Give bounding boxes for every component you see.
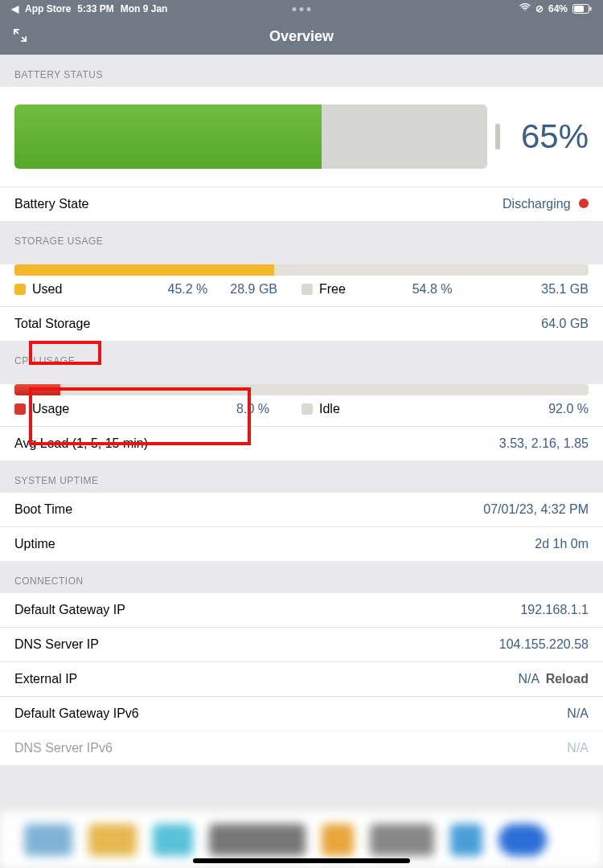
wifi-icon bbox=[519, 3, 531, 14]
battery-card: 65% Battery State Discharging bbox=[0, 87, 603, 221]
section-header-cpu: CPU Usage bbox=[0, 341, 603, 373]
uptime-value: 2d 1h 0m bbox=[535, 537, 589, 551]
external-ip-value: N/A bbox=[518, 672, 539, 686]
avg-load-value: 3.53, 2.16, 1.85 bbox=[499, 436, 589, 451]
cpu-idle-pct: 92.0 % bbox=[548, 402, 589, 416]
boot-time-value: 07/01/23, 4:32 PM bbox=[483, 502, 589, 517]
cpu-card: Usage 8.0 % Idle 92.0 % Avg Load (1, 5, … bbox=[0, 384, 603, 461]
gateway6-value: N/A bbox=[567, 706, 589, 721]
gateway6-label: Default Gateway IPv6 bbox=[14, 706, 139, 721]
back-app-label[interactable]: App Store bbox=[25, 3, 71, 14]
home-indicator[interactable] bbox=[193, 858, 410, 863]
dns6-value: N/A bbox=[567, 741, 589, 755]
reload-button[interactable]: Reload bbox=[546, 672, 589, 686]
nav-header: Overview bbox=[0, 18, 603, 55]
dns6-label: DNS Server IPv6 bbox=[14, 741, 113, 755]
orientation-lock-icon: ⊘ bbox=[535, 3, 544, 14]
status-battery-pct: 64% bbox=[548, 3, 568, 14]
section-header-battery: Battery Status bbox=[0, 55, 603, 87]
storage-bar bbox=[14, 264, 589, 276]
status-date: Mon 9 Jan bbox=[121, 3, 168, 14]
storage-used-pct: 45.2 % bbox=[167, 282, 207, 297]
svg-rect-2 bbox=[590, 7, 592, 11]
dns-label: DNS Server IP bbox=[14, 637, 99, 652]
svg-rect-1 bbox=[574, 6, 584, 12]
boot-time-label: Boot Time bbox=[14, 502, 72, 517]
external-ip-label: External IP bbox=[14, 672, 77, 686]
battery-gauge bbox=[14, 104, 487, 169]
uptime-label: Uptime bbox=[14, 537, 55, 551]
cpu-usage-pct: 8.0 % bbox=[236, 402, 269, 416]
battery-icon bbox=[572, 4, 592, 14]
storage-free-label: Free bbox=[319, 282, 346, 297]
storage-free-gb: 35.1 GB bbox=[541, 282, 589, 297]
cpu-usage-label: Usage bbox=[32, 402, 69, 416]
battery-state-value: Discharging bbox=[503, 197, 589, 211]
total-storage-label: Total Storage bbox=[14, 317, 90, 331]
multitask-dots-icon[interactable] bbox=[293, 7, 311, 11]
back-chevron-icon[interactable]: ◀ bbox=[11, 3, 18, 14]
avg-load-label: Avg Load (1, 5, 15 min) bbox=[14, 436, 148, 451]
uptime-card: Boot Time 07/01/23, 4:32 PM Uptime 2d 1h… bbox=[0, 493, 603, 561]
gateway-label: Default Gateway IP bbox=[14, 603, 125, 617]
page-title: Overview bbox=[269, 28, 334, 45]
battery-state-label: Battery State bbox=[14, 197, 89, 211]
gateway-value: 192.168.1.1 bbox=[520, 603, 589, 617]
dns-value: 104.155.220.58 bbox=[499, 637, 589, 652]
battery-percent: 65% bbox=[521, 117, 589, 156]
ios-status-bar: ◀ App Store 5:33 PM Mon 9 Jan ⊘ 64% bbox=[0, 0, 603, 18]
cpu-bar bbox=[14, 384, 589, 395]
section-header-connection: Connection bbox=[0, 561, 603, 593]
expand-icon[interactable] bbox=[13, 28, 27, 45]
connection-card: Default Gateway IP 192.168.1.1 DNS Serve… bbox=[0, 593, 603, 765]
storage-used-label: Used bbox=[32, 282, 62, 297]
status-dot-icon bbox=[579, 199, 589, 208]
storage-free-pct: 54.8 % bbox=[412, 282, 453, 297]
total-storage-value: 64.0 GB bbox=[541, 317, 589, 331]
storage-used-gb: 28.9 GB bbox=[230, 282, 277, 297]
cpu-idle-label: Idle bbox=[319, 402, 340, 416]
section-header-uptime: System Uptime bbox=[0, 461, 603, 493]
section-header-storage: Storage Usage bbox=[0, 221, 603, 253]
storage-card: Used 45.2 % 28.9 GB Free 54.8 % 35.1 GB … bbox=[0, 264, 603, 341]
status-time: 5:33 PM bbox=[77, 3, 113, 14]
